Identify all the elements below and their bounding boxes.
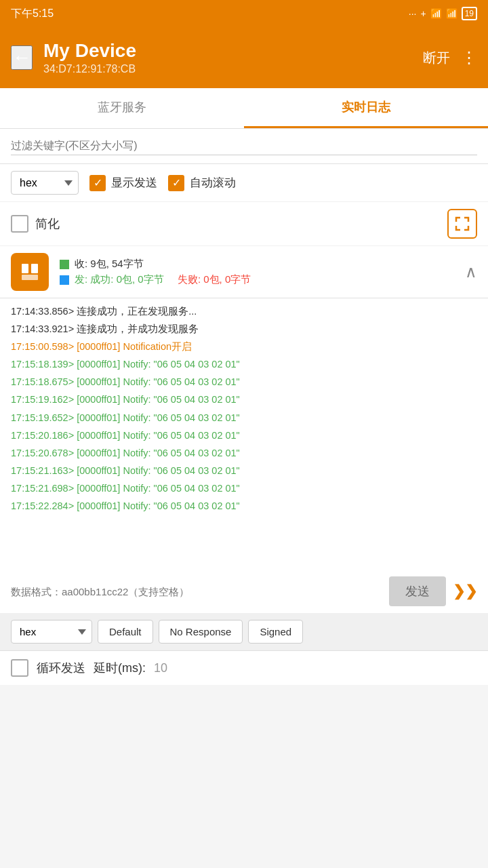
recv-stat: 收: 9包, 54字节 [60, 258, 454, 271]
wifi-icon: 📶 [446, 8, 458, 19]
auto-scroll-label: 自动滚动 [190, 175, 236, 191]
svg-rect-2 [22, 275, 38, 280]
log-line: 17:15:20.186> [0000ff01] Notify: "06 05 … [11, 427, 477, 444]
log-line: 17:15:19.652> [0000ff01] Notify: "06 05 … [11, 409, 477, 427]
log-line: 17:15:21.163> [0000ff01] Notify: "06 05 … [11, 462, 477, 479]
auto-scroll-checkbox[interactable]: ✓ 自动滚动 [168, 175, 236, 191]
expand-down-button[interactable]: ❯❯ [453, 583, 477, 600]
filter-input[interactable] [11, 137, 477, 155]
cycle-label: 循环发送 [37, 660, 85, 676]
log-icon [11, 253, 49, 291]
cell-signal-icon: 📶 [430, 8, 442, 19]
disconnect-button[interactable]: 断开 [423, 49, 450, 67]
write-type-no-response-button[interactable]: No Response [159, 620, 243, 644]
simplify-checkbox[interactable] [11, 215, 28, 233]
log-line: 17:14:33.856> 连接成功，正在发现服务... [11, 302, 477, 320]
svg-rect-0 [22, 264, 28, 273]
device-address: 34:D7:12:91:78:CB [43, 63, 412, 75]
log-content: 17:14:33.856> 连接成功，正在发现服务...17:14:33.921… [0, 298, 488, 570]
device-name: My Device [43, 40, 412, 62]
battery-icon: 19 [462, 7, 477, 20]
recv-text: 收: 9包, 54字节 [75, 258, 144, 271]
simplify-left: 简化 [11, 215, 60, 233]
tab-bar: 蓝牙服务 实时日志 [0, 88, 488, 129]
log-line: 17:15:20.678> [0000ff01] Notify: "06 05 … [11, 444, 477, 462]
show-send-label: 显示发送 [111, 175, 157, 191]
simplify-row: 简化 [0, 202, 488, 246]
filter-bar [0, 129, 488, 164]
write-type-default-button[interactable]: Default [98, 620, 153, 644]
tab-bluetooth-services[interactable]: 蓝牙服务 [0, 88, 244, 128]
send-stat: 发: 成功: 0包, 0字节 失败: 0包, 0字节 [60, 273, 454, 286]
simplify-label: 简化 [35, 216, 60, 232]
send-dot [60, 275, 69, 285]
send-fail-text: 失败: 0包, 0字节 [178, 273, 251, 286]
write-type-signed-button[interactable]: Signed [248, 620, 303, 644]
tab-realtime-log[interactable]: 实时日志 [244, 88, 488, 128]
log-line: 17:14:33.921> 连接成功，并成功发现服务 [11, 320, 477, 338]
send-success-text: 发: 成功: 0包, 0字节 [75, 273, 164, 286]
pause-delete-icon [18, 260, 42, 284]
expand-fullscreen-icon [454, 216, 470, 232]
log-line: 17:15:18.139> [0000ff01] Notify: "06 05 … [11, 355, 477, 373]
recv-dot [60, 260, 69, 269]
status-bar: 下午5:15 ··· + 📶 📶 19 [0, 0, 488, 27]
log-line: 17:15:22.284> [0000ff01] Notify: "06 05 … [11, 497, 477, 515]
time: 下午5:15 [11, 7, 54, 21]
signal-dots-icon: ··· [409, 8, 417, 19]
bluetooth-icon: + [420, 8, 426, 19]
log-stats: 收: 9包, 54字节 发: 成功: 0包, 0字节 失败: 0包, 0字节 [60, 258, 454, 286]
show-send-check-icon: ✓ [89, 175, 106, 191]
send-row: 发送 ❯❯ [0, 570, 488, 613]
format-select-top[interactable]: hex utf8 dec [11, 171, 79, 195]
log-line: 17:15:00.598> [0000ff01] Notification开启 [11, 338, 477, 355]
log-header: 收: 9包, 54字节 发: 成功: 0包, 0字节 失败: 0包, 0字节 ∧ [0, 246, 488, 298]
log-line: 17:15:19.162> [0000ff01] Notify: "06 05 … [11, 391, 477, 408]
delay-value: 10 [154, 661, 167, 675]
svg-rect-1 [31, 264, 38, 273]
more-menu-button[interactable]: ⋮ [461, 48, 477, 67]
header: ← My Device 34:D7:12:91:78:CB 断开 ⋮ [0, 27, 488, 88]
cycle-checkbox[interactable] [11, 659, 28, 677]
log-line: 17:15:18.675> [0000ff01] Notify: "06 05 … [11, 373, 477, 391]
send-button[interactable]: 发送 [389, 576, 446, 606]
cycle-row: 循环发送 延时(ms): 10 [0, 650, 488, 685]
device-info: My Device 34:D7:12:91:78:CB [43, 40, 412, 75]
header-actions: 断开 ⋮ [423, 48, 477, 67]
collapse-button[interactable]: ∧ [465, 262, 477, 281]
show-send-checkbox[interactable]: ✓ 显示发送 [89, 175, 157, 191]
controls-row: hex utf8 dec ✓ 显示发送 ✓ 自动滚动 [0, 164, 488, 202]
delay-label: 延时(ms): [94, 660, 146, 676]
log-line: 17:15:21.698> [0000ff01] Notify: "06 05 … [11, 479, 477, 497]
format-select-bottom[interactable]: hex utf8 dec [11, 620, 92, 644]
send-input[interactable] [11, 586, 382, 597]
bottom-controls: hex utf8 dec Default No Response Signed [0, 613, 488, 650]
expand-button[interactable] [447, 209, 477, 239]
auto-scroll-check-icon: ✓ [168, 175, 184, 191]
status-icons: ··· + 📶 📶 19 [409, 7, 477, 20]
back-button[interactable]: ← [11, 45, 33, 70]
